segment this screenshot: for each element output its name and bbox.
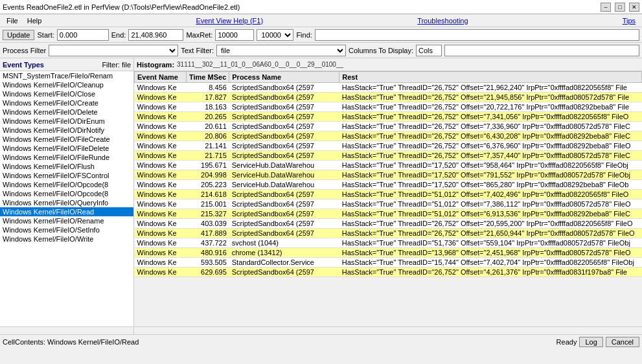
cell-rest: HasStack="True" ThreadID="26,752" Offset… bbox=[339, 229, 642, 238]
cell-event-name: Windows Ke bbox=[135, 258, 187, 267]
table-row[interactable]: Windows Ke20.806ScriptedSandbox64 (2597H… bbox=[135, 131, 642, 141]
cell-process-name: ScriptedSandbox64 (2597 bbox=[229, 83, 339, 93]
event-list-item[interactable]: Windows Kernel/FileIO/FileRunde bbox=[0, 153, 133, 162]
maximize-button[interactable]: □ bbox=[615, 3, 625, 12]
event-list-item[interactable]: Windows Kernel/FileIO/Delete bbox=[0, 108, 133, 117]
event-types-label: Event Types bbox=[3, 61, 44, 69]
menu-troubleshooting[interactable]: Troubleshooting bbox=[413, 16, 472, 25]
event-list-item[interactable]: Windows Kernel/FileIO/Read bbox=[0, 207, 133, 216]
table-row[interactable]: Windows Ke21.715ScriptedSandbox64 (2597H… bbox=[135, 151, 642, 161]
cell-event-name: Windows Ke bbox=[135, 141, 187, 151]
left-panel: Event Types Filter: file MSNT_SystemTrac… bbox=[0, 58, 134, 334]
cell-event-name: Windows Ke bbox=[135, 112, 187, 122]
cols-value-input[interactable] bbox=[444, 45, 639, 56]
left-panel-hscroll[interactable] bbox=[0, 326, 133, 334]
end-input[interactable] bbox=[128, 29, 183, 41]
menu-tips[interactable]: Tips bbox=[619, 16, 639, 25]
close-button[interactable]: ✕ bbox=[629, 3, 639, 12]
start-input[interactable] bbox=[57, 29, 109, 41]
minimize-button[interactable]: – bbox=[601, 3, 611, 12]
histogram-value: 31111__302__11_01_0__06A60_0__0__0__29__… bbox=[177, 61, 343, 68]
table-row[interactable]: Windows Ke204.998ServiceHub.DataWarehouH… bbox=[135, 170, 642, 180]
header-event-name[interactable]: Event Name bbox=[135, 72, 187, 83]
table-row[interactable]: Windows Ke215.001ScriptedSandbox64 (2597… bbox=[135, 199, 642, 209]
table-row[interactable]: Windows Ke195.671ServiceHub.DataWarehouH… bbox=[135, 161, 642, 170]
table-row[interactable]: Windows Ke215.327ScriptedSandbox64 (2597… bbox=[135, 209, 642, 219]
event-list-item[interactable]: Windows Kernel/FileIO/FileDelete bbox=[0, 144, 133, 153]
table-row[interactable]: Windows Ke20.611ScriptedSandbox64 (2597H… bbox=[135, 122, 642, 131]
table-row[interactable]: Windows Ke8.456ScriptedSandbox64 (2597Ha… bbox=[135, 83, 642, 93]
header-rest[interactable]: Rest bbox=[339, 72, 642, 83]
table-row[interactable]: Windows Ke437.722svchost (1044)HasStack=… bbox=[135, 238, 642, 248]
table-row[interactable]: Windows Ke18.163ScriptedSandbox64 (2597H… bbox=[135, 102, 642, 112]
event-list-item[interactable]: MSNT_SystemTrace/FileIo/Renam bbox=[0, 71, 133, 80]
main-area: Event Types Filter: file MSNT_SystemTrac… bbox=[0, 58, 642, 334]
table-row[interactable]: Windows Ke205.223ServiceHub.DataWarehouH… bbox=[135, 180, 642, 190]
maxret-input[interactable] bbox=[215, 29, 254, 41]
event-list-item[interactable]: Windows Kernel/FileIO/QueryInfo bbox=[0, 198, 133, 207]
table-row[interactable]: Windows Ke629.695ScriptedSandbox64 (2597… bbox=[135, 267, 642, 277]
data-table-container[interactable]: Event Name Time MSec Process Name Rest W… bbox=[134, 71, 642, 326]
table-row[interactable]: Windows Ke593.505StandardCollector.Servi… bbox=[135, 258, 642, 267]
event-list[interactable]: MSNT_SystemTrace/FileIo/RenamWindows Ker… bbox=[0, 71, 133, 326]
event-list-item[interactable]: Windows Kernel/FileIO/Opcode(8 bbox=[0, 180, 133, 189]
event-list-item[interactable]: Windows Kernel/FileIO/Cleanup bbox=[0, 80, 133, 89]
cell-time-msec: 417.889 bbox=[187, 229, 229, 238]
update-button[interactable]: Update bbox=[3, 30, 34, 40]
cancel-button[interactable]: Cancel bbox=[606, 337, 639, 347]
cell-event-name: Windows Ke bbox=[135, 161, 187, 170]
table-row[interactable]: Windows Ke21.141ScriptedSandbox64 (2597H… bbox=[135, 141, 642, 151]
cell-rest: HasStack="True" ThreadID="26,752" Offset… bbox=[339, 93, 642, 102]
event-list-item[interactable]: Windows Kernel/FileIO/Write bbox=[0, 234, 133, 244]
table-row[interactable]: Windows Ke403.039ScriptedSandbox64 (2597… bbox=[135, 219, 642, 229]
header-process-name[interactable]: Process Name bbox=[229, 72, 339, 83]
cell-rest: HasStack="True" ThreadID="15,744" Offset… bbox=[339, 258, 642, 267]
event-list-item[interactable]: Windows Kernel/FileIO/DirNotify bbox=[0, 126, 133, 135]
process-filter-dropdown[interactable] bbox=[49, 45, 178, 56]
right-panel-hscroll[interactable] bbox=[134, 326, 642, 334]
cell-process-name: StandardCollector.Service bbox=[229, 258, 339, 267]
table-row[interactable]: Windows Ke417.889ScriptedSandbox64 (2597… bbox=[135, 229, 642, 238]
cell-process-name: ScriptedSandbox64 (2597 bbox=[229, 267, 339, 277]
cell-time-msec: 21.715 bbox=[187, 151, 229, 161]
event-list-item[interactable]: Windows Kernel/FileIO/Opcode(8 bbox=[0, 189, 133, 198]
event-list-item[interactable]: Windows Kernel/FileIO/Rename bbox=[0, 216, 133, 225]
event-list-item[interactable]: Windows Kernel/FileIO/Close bbox=[0, 89, 133, 98]
cell-time-msec: 205.223 bbox=[187, 180, 229, 190]
log-button[interactable]: Log bbox=[579, 337, 602, 347]
status-right: Ready Log Cancel bbox=[556, 337, 639, 347]
cell-event-name: Windows Ke bbox=[135, 267, 187, 277]
cell-process-name: ScriptedSandbox64 (2597 bbox=[229, 190, 339, 199]
menu-file[interactable]: File bbox=[3, 16, 22, 25]
cell-time-msec: 17.827 bbox=[187, 93, 229, 102]
menu-event-view-help[interactable]: Event View Help (F1) bbox=[192, 16, 267, 25]
event-list-item[interactable]: Windows Kernel/FileIO/SetInfo bbox=[0, 225, 133, 234]
event-list-item[interactable]: Windows Kernel/FileIO/DirEnum bbox=[0, 117, 133, 126]
menu-help[interactable]: Help bbox=[23, 16, 46, 25]
cell-rest: HasStack="True" ThreadID="13,968" Offset… bbox=[339, 248, 642, 258]
cell-process-name: ServiceHub.DataWarehou bbox=[229, 170, 339, 180]
table-row[interactable]: Windows Ke17.827ScriptedSandbox64 (2597H… bbox=[135, 93, 642, 102]
cell-contents: CellContents: Windows Kernel/FileIO/Read bbox=[3, 338, 139, 346]
cell-rest: HasStack="True" ThreadID="26,752" Offset… bbox=[339, 267, 642, 277]
event-list-item[interactable]: Windows Kernel/FileIO/FileCreate bbox=[0, 135, 133, 144]
cell-event-name: Windows Ke bbox=[135, 83, 187, 93]
table-row[interactable]: Windows Ke480.916chrome (13412)HasStack=… bbox=[135, 248, 642, 258]
find-input[interactable] bbox=[315, 29, 639, 41]
header-time-msec[interactable]: Time MSec bbox=[187, 72, 229, 83]
event-list-item[interactable]: Windows Kernel/FileIO/Create bbox=[0, 98, 133, 108]
cell-rest: HasStack="True" ThreadID="26,752" Offset… bbox=[339, 219, 642, 229]
cols-input[interactable] bbox=[416, 45, 442, 56]
event-list-item[interactable]: Windows Kernel/FileIO/FSControl bbox=[0, 171, 133, 180]
left-panel-header: Event Types Filter: file bbox=[0, 58, 133, 71]
cell-process-name: ScriptedSandbox64 (2597 bbox=[229, 209, 339, 219]
filter-label: Filter: file bbox=[102, 61, 131, 69]
cell-time-msec: 480.916 bbox=[187, 248, 229, 258]
maxret-dropdown[interactable]: 10000 bbox=[257, 29, 293, 41]
maxret-label: MaxRet: bbox=[186, 31, 212, 39]
event-list-item[interactable]: Windows Kernel/FileIO/Flush bbox=[0, 162, 133, 171]
table-row[interactable]: Windows Ke214.618ScriptedSandbox64 (2597… bbox=[135, 190, 642, 199]
table-row[interactable]: Windows Ke20.265ScriptedSandbox64 (2597H… bbox=[135, 112, 642, 122]
find-label: Find: bbox=[296, 31, 312, 39]
text-filter-dropdown[interactable]: file bbox=[216, 45, 346, 56]
